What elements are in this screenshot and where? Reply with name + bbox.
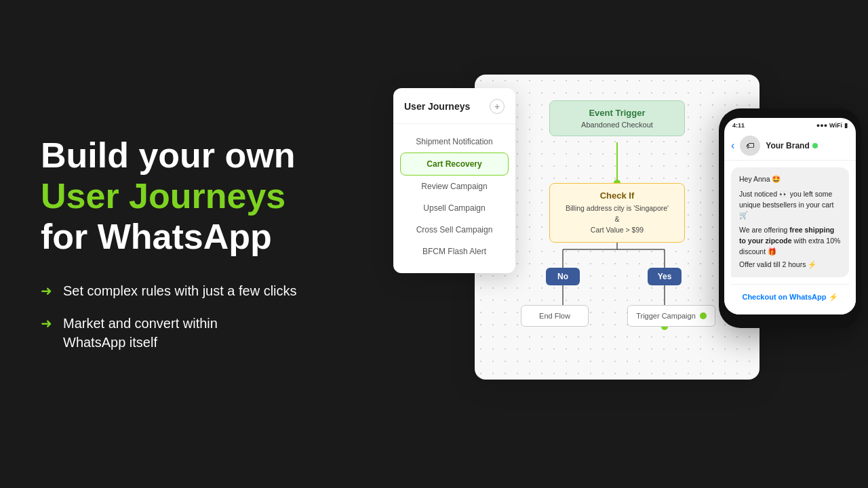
bold-text: free shipping to your zipcode: [739, 226, 834, 245]
check-if-box: Check If Billing address city is 'Singap…: [549, 183, 685, 243]
wifi-icon: WiFi: [829, 122, 842, 129]
phone-messages: Hey Anna 🤩 Just noticed 👀 you left some …: [724, 161, 856, 314]
journey-item-shipment[interactable]: Shipment Notification: [393, 131, 515, 152]
bullet-item-1: ➜ Set complex rules with just a few clic…: [41, 282, 366, 301]
back-button[interactable]: ‹: [731, 140, 734, 152]
check-if-label: Check If: [561, 190, 673, 201]
phone-mockup: 4:11 ●●● WiFi ▮ ‹ 🏷 Your Brand: [719, 108, 861, 328]
phone-screen: 4:11 ●●● WiFi ▮ ‹ 🏷 Your Brand: [724, 118, 856, 314]
left-section: Build your own User Journeys for WhatsAp…: [41, 136, 366, 352]
journey-panel-title: User Journeys: [404, 101, 470, 112]
bullet-text-1: Set complex rules with just a few clicks: [63, 282, 297, 301]
headline-line1: Build your own: [41, 136, 366, 176]
end-flow-box: End Flow: [521, 305, 589, 327]
event-trigger-label: Event Trigger: [561, 108, 673, 118]
add-journey-button[interactable]: +: [490, 99, 505, 114]
journey-item-crosssell[interactable]: Cross Sell Campaign: [393, 219, 515, 241]
bullet-item-2: ➜ Market and convert withinWhatsApp itse…: [41, 314, 366, 352]
journey-item-review[interactable]: Review Campaign: [393, 176, 515, 197]
bullet-text-2: Market and convert withinWhatsApp itself: [63, 314, 218, 352]
headline-line2: User Journeys: [41, 176, 366, 217]
journey-item-bfcm[interactable]: BFCM Flash Alert: [393, 241, 515, 262]
signal-icon: ●●●: [816, 122, 827, 129]
status-icons: ●●● WiFi ▮: [816, 122, 848, 129]
bullet-list: ➜ Set complex rules with just a few clic…: [41, 282, 366, 352]
message-line3: Offer valid till 2 hours ⚡: [739, 260, 841, 270]
battery-icon: ▮: [844, 122, 848, 129]
message-line2: We are offering free shipping to your zi…: [739, 225, 841, 257]
trigger-dot: [700, 312, 707, 319]
message-greeting: Hey Anna 🤩: [739, 174, 841, 185]
flow-diagram-panel: Event Trigger Abandoned Checkout Check I…: [475, 75, 760, 380]
flow-inner: Event Trigger Abandoned Checkout Check I…: [475, 75, 760, 380]
right-section: User Journeys + Shipment Notification Ca…: [393, 75, 868, 413]
event-trigger-box: Event Trigger Abandoned Checkout: [549, 100, 685, 136]
branch-no: No: [546, 268, 580, 285]
message-line1: Just noticed 👀 you left some unique best…: [739, 189, 841, 221]
check-if-sub: Billing address city is 'Singapore'&Cart…: [561, 203, 673, 235]
phone-time: 4:11: [732, 122, 745, 129]
avatar: 🏷: [740, 136, 760, 156]
trigger-campaign-box: Trigger Campaign: [627, 305, 715, 327]
phone-chat-header: ‹ 🏷 Your Brand: [724, 131, 856, 161]
event-trigger-sub: Abandoned Checkout: [561, 121, 673, 129]
journey-item-upsell[interactable]: Upsell Campaign: [393, 197, 515, 219]
online-indicator: [812, 143, 818, 148]
chat-cta[interactable]: Checkout on WhatsApp ⚡: [731, 284, 849, 308]
journey-panel-header: User Journeys +: [393, 99, 515, 124]
chat-bubble: Hey Anna 🤩 Just noticed 👀 you left some …: [731, 167, 849, 277]
phone-status-bar: 4:11 ●●● WiFi ▮: [724, 118, 856, 131]
headline-line3: for WhatsApp: [41, 217, 366, 258]
journey-item-cart[interactable]: Cart Recovery: [400, 152, 509, 176]
branch-yes: Yes: [648, 268, 682, 285]
journey-panel: User Journeys + Shipment Notification Ca…: [393, 88, 515, 273]
arrow-icon-2: ➜: [41, 316, 52, 332]
contact-info: Your Brand: [766, 141, 817, 150]
arrow-icon-1: ➜: [41, 283, 52, 300]
headline: Build your own User Journeys for WhatsAp…: [41, 136, 366, 257]
cta-link[interactable]: Checkout on WhatsApp ⚡: [742, 293, 837, 301]
contact-name: Your Brand: [766, 141, 809, 150]
